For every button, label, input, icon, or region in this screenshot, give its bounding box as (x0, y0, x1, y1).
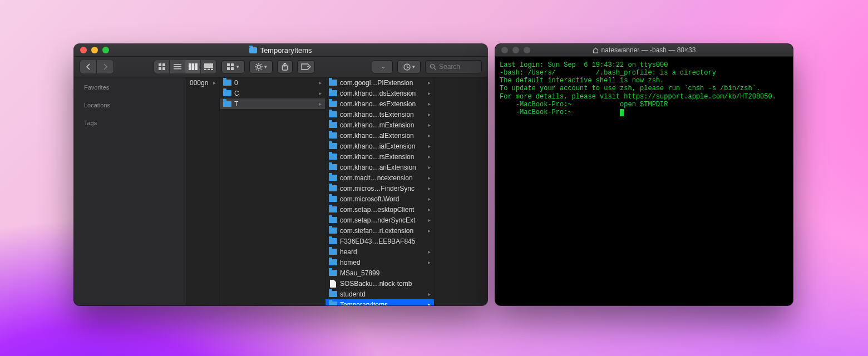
folder-row[interactable]: com.setap…esktopClient▸ (326, 204, 434, 215)
close-button[interactable] (80, 47, 87, 53)
window-title: TemporaryItems (74, 46, 487, 55)
row-label: com.khano…tsExtension (340, 111, 425, 118)
folder-row[interactable]: F336ED43…EE9BAF845 (326, 236, 434, 246)
chevron-right-icon: ▸ (428, 80, 431, 86)
row-label: com.khano…alExtension (340, 132, 425, 140)
tags-button[interactable] (297, 60, 315, 73)
chevron-right-icon: ▸ (428, 90, 431, 96)
chevron-right-icon: ▸ (428, 132, 431, 139)
view-gallery-button[interactable] (201, 60, 216, 73)
sidebar-header-locations[interactable]: Locations (74, 101, 186, 112)
terminal-line: Last login: Sun Sep 6 19:43:22 on ttys00… (500, 61, 788, 69)
minimize-button[interactable] (91, 47, 98, 53)
search-field[interactable] (425, 60, 482, 73)
folder-row[interactable]: studentd▸ (326, 289, 434, 299)
svg-rect-7 (189, 63, 191, 70)
folder-icon (329, 291, 337, 297)
column-2[interactable]: com.googl…PIExtension▸com.khano…dsExtens… (326, 77, 435, 305)
recent-button[interactable]: ▾ (397, 60, 421, 73)
folder-row[interactable]: com.khano…ariExtension▸ (326, 162, 434, 172)
chevron-right-icon: ▸ (428, 111, 431, 117)
minimize-button[interactable] (512, 47, 519, 53)
folder-row-selected[interactable]: TemporaryItems▸ (326, 299, 434, 305)
terminal-titlebar[interactable]: nateswanner — -bash — 80×33 (495, 44, 793, 57)
chevron-right-icon: ▸ (428, 154, 431, 160)
forward-button[interactable] (97, 60, 114, 73)
folder-row[interactable]: homed▸ (326, 257, 434, 268)
group-by-button[interactable]: ▾ (221, 60, 245, 73)
search-input[interactable] (439, 63, 477, 71)
column-3[interactable] (435, 77, 487, 305)
folder-row[interactable]: com.khano…dsExtension▸ (326, 88, 434, 98)
back-button[interactable] (80, 60, 97, 73)
folder-row[interactable]: com.setap…nderSyncExt▸ (326, 215, 434, 225)
svg-line-34 (434, 68, 436, 70)
folder-row[interactable]: com.macit…ncextension▸ (326, 172, 434, 183)
folder-row[interactable]: 0▸ (220, 77, 325, 88)
svg-point-33 (430, 64, 434, 68)
sidebar-header-tags[interactable]: Tags (74, 118, 186, 130)
row-label: com.khano…mExtension (340, 121, 425, 129)
row-label: com.khano…ariExtension (340, 164, 425, 171)
folder-row[interactable]: com.khano…ialExtension▸ (326, 141, 434, 151)
column-1[interactable]: 0▸C▸T▸ (220, 77, 326, 305)
folder-row[interactable]: com.khano…rsExtension▸ (326, 151, 434, 162)
folder-icon (329, 259, 337, 265)
svg-line-24 (260, 68, 262, 70)
view-icons-button[interactable] (154, 60, 170, 73)
view-columns-button[interactable] (185, 60, 201, 73)
finder-window: TemporaryItems (74, 44, 487, 305)
folder-row[interactable]: SOSBacku…nlock-tomb (326, 278, 434, 289)
terminal-body[interactable]: Last login: Sun Sep 6 19:43:22 on ttys00… (495, 57, 793, 121)
view-list-button[interactable] (170, 60, 185, 73)
sidebar-header-favorites[interactable]: Favorites (74, 83, 186, 94)
row-label: T (234, 100, 316, 108)
traffic-lights (495, 47, 530, 53)
svg-rect-0 (159, 63, 161, 66)
row-label: com.googl…PIExtension (340, 79, 425, 87)
row-label: homed (340, 259, 425, 266)
folder-row[interactable]: com.microsoft.Word▸ (326, 194, 434, 204)
folder-row[interactable]: com.khano…tsExtension▸ (326, 109, 434, 120)
column-0[interactable]: 000gn▸ (186, 77, 220, 305)
action-button[interactable]: ▾ (249, 60, 273, 73)
svg-line-26 (256, 68, 257, 70)
zoom-button[interactable] (524, 47, 530, 53)
folder-row[interactable]: heard▸ (326, 246, 434, 257)
chevron-right-icon: ▸ (319, 80, 322, 86)
folder-icon (329, 249, 337, 255)
svg-rect-15 (231, 63, 234, 66)
finder-sidebar: Favorites Locations Tags (74, 77, 186, 305)
chevron-right-icon: ▸ (319, 90, 322, 96)
chevron-right-icon: ▸ (428, 217, 431, 223)
row-label: SOSBacku…nlock-tomb (340, 280, 431, 288)
svg-rect-10 (204, 63, 213, 68)
row-label: studentd (340, 290, 425, 298)
row-label: com.micros…FinderSync (340, 185, 425, 192)
chevron-right-icon: ▸ (428, 122, 431, 128)
chevron-right-icon: ▸ (428, 249, 431, 255)
home-icon (593, 47, 599, 53)
folder-row[interactable]: 000gn▸ (186, 77, 219, 88)
traffic-lights (74, 47, 109, 53)
folder-row[interactable]: com.khano…mExtension▸ (326, 120, 434, 130)
zoom-button[interactable] (102, 47, 109, 53)
row-label: F336ED43…EE9BAF845 (340, 238, 431, 245)
share-button[interactable] (277, 60, 293, 73)
folder-row[interactable]: com.khano…alExtension▸ (326, 130, 434, 141)
row-label: com.macit…ncextension (340, 174, 425, 182)
folder-row[interactable]: com.googl…PIExtension▸ (326, 77, 434, 88)
folder-row[interactable]: C▸ (220, 88, 325, 98)
folder-row[interactable]: com.stefan…ri.extension▸ (326, 225, 434, 236)
folder-row[interactable]: com.micros…FinderSync▸ (326, 183, 434, 194)
folder-row[interactable]: T▸ (220, 98, 325, 109)
chevron-right-icon: ▸ (428, 185, 431, 191)
folder-row[interactable]: com.khano…esExtension▸ (326, 98, 434, 109)
row-label: C (234, 90, 316, 97)
folder-row[interactable]: MSau_57899 (326, 268, 434, 278)
folder-icon (329, 185, 337, 191)
path-button[interactable]: ⌄ (372, 60, 393, 73)
close-button[interactable] (501, 47, 508, 53)
row-label: 000gn (190, 79, 208, 87)
finder-titlebar[interactable]: TemporaryItems (74, 44, 487, 57)
